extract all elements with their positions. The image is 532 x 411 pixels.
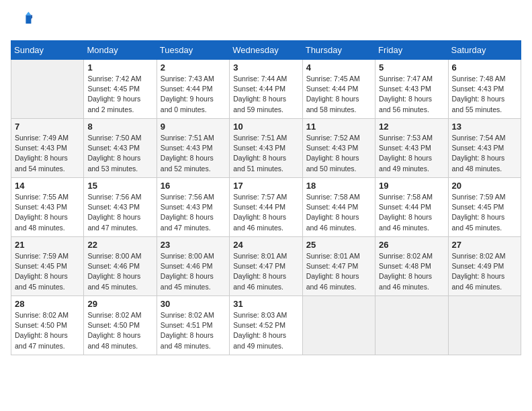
calendar-cell xyxy=(302,296,375,355)
logo-icon xyxy=(11,11,32,32)
calendar-cell xyxy=(448,296,521,355)
cell-info: Sunrise: 7:59 AMSunset: 4:45 PMDaylight:… xyxy=(15,251,80,292)
cell-info: Sunrise: 7:57 AMSunset: 4:44 PMDaylight:… xyxy=(233,192,298,233)
day-header-wednesday: Wednesday xyxy=(230,41,302,60)
cell-info: Sunrise: 7:58 AMSunset: 4:44 PMDaylight:… xyxy=(306,192,371,233)
day-header-tuesday: Tuesday xyxy=(157,41,229,60)
calendar-cell: 3Sunrise: 7:44 AMSunset: 4:44 PMDaylight… xyxy=(230,60,302,119)
cell-info: Sunrise: 8:02 AMSunset: 4:48 PMDaylight:… xyxy=(379,251,444,292)
calendar-cell: 28Sunrise: 8:02 AMSunset: 4:50 PMDayligh… xyxy=(11,296,84,355)
svg-marker-0 xyxy=(26,15,31,24)
day-number: 9 xyxy=(161,122,226,132)
calendar-cell: 9Sunrise: 7:51 AMSunset: 4:43 PMDaylight… xyxy=(157,119,229,178)
cell-info: Sunrise: 7:55 AMSunset: 4:43 PMDaylight:… xyxy=(15,192,80,233)
calendar-cell: 17Sunrise: 7:57 AMSunset: 4:44 PMDayligh… xyxy=(230,178,302,237)
cell-info: Sunrise: 7:44 AMSunset: 4:44 PMDaylight:… xyxy=(233,74,298,115)
cell-info: Sunrise: 8:01 AMSunset: 4:47 PMDaylight:… xyxy=(233,251,298,292)
day-number: 16 xyxy=(161,181,226,191)
cell-info: Sunrise: 7:54 AMSunset: 4:43 PMDaylight:… xyxy=(452,133,517,174)
cell-info: Sunrise: 7:49 AMSunset: 4:43 PMDaylight:… xyxy=(15,133,80,174)
cell-info: Sunrise: 8:03 AMSunset: 4:52 PMDaylight:… xyxy=(233,310,298,351)
cell-info: Sunrise: 7:56 AMSunset: 4:43 PMDaylight:… xyxy=(161,192,226,233)
calendar-cell: 14Sunrise: 7:55 AMSunset: 4:43 PMDayligh… xyxy=(11,178,84,237)
day-header-friday: Friday xyxy=(375,41,448,60)
cell-info: Sunrise: 7:48 AMSunset: 4:43 PMDaylight:… xyxy=(452,74,517,115)
day-number: 1 xyxy=(87,62,152,73)
logo xyxy=(11,11,35,32)
svg-marker-2 xyxy=(31,15,32,19)
day-number: 6 xyxy=(452,62,517,73)
calendar-cell: 8Sunrise: 7:50 AMSunset: 4:43 PMDaylight… xyxy=(84,119,157,178)
day-number: 19 xyxy=(379,181,444,191)
cell-info: Sunrise: 8:02 AMSunset: 4:49 PMDaylight:… xyxy=(452,251,517,292)
calendar-cell: 24Sunrise: 8:01 AMSunset: 4:47 PMDayligh… xyxy=(230,237,302,296)
day-number: 4 xyxy=(306,62,371,73)
cell-info: Sunrise: 8:02 AMSunset: 4:51 PMDaylight:… xyxy=(161,310,226,351)
calendar-week-1: 1Sunrise: 7:42 AMSunset: 4:45 PMDaylight… xyxy=(11,60,521,119)
day-number: 10 xyxy=(233,122,298,132)
day-number: 3 xyxy=(233,62,298,73)
cell-info: Sunrise: 7:58 AMSunset: 4:44 PMDaylight:… xyxy=(379,192,444,233)
cell-info: Sunrise: 7:42 AMSunset: 4:45 PMDaylight:… xyxy=(87,74,152,115)
calendar-cell: 22Sunrise: 8:00 AMSunset: 4:46 PMDayligh… xyxy=(84,237,157,296)
day-header-thursday: Thursday xyxy=(302,41,375,60)
day-number: 27 xyxy=(452,240,517,250)
cell-info: Sunrise: 7:56 AMSunset: 4:43 PMDaylight:… xyxy=(87,192,152,233)
calendar-cell: 13Sunrise: 7:54 AMSunset: 4:43 PMDayligh… xyxy=(448,119,521,178)
calendar-cell: 7Sunrise: 7:49 AMSunset: 4:43 PMDaylight… xyxy=(11,119,84,178)
day-number: 14 xyxy=(15,181,80,191)
day-number: 28 xyxy=(15,299,80,309)
day-number: 5 xyxy=(379,62,444,73)
calendar-header-row: SundayMondayTuesdayWednesdayThursdayFrid… xyxy=(11,41,521,60)
day-number: 12 xyxy=(379,122,444,132)
day-number: 21 xyxy=(15,240,80,250)
day-number: 20 xyxy=(452,181,517,191)
calendar-cell: 19Sunrise: 7:58 AMSunset: 4:44 PMDayligh… xyxy=(375,178,448,237)
day-number: 25 xyxy=(306,240,371,250)
cell-info: Sunrise: 7:51 AMSunset: 4:43 PMDaylight:… xyxy=(233,133,298,174)
calendar-cell: 10Sunrise: 7:51 AMSunset: 4:43 PMDayligh… xyxy=(230,119,302,178)
calendar-cell: 30Sunrise: 8:02 AMSunset: 4:51 PMDayligh… xyxy=(157,296,229,355)
calendar-cell: 31Sunrise: 8:03 AMSunset: 4:52 PMDayligh… xyxy=(230,296,302,355)
cell-info: Sunrise: 7:45 AMSunset: 4:44 PMDaylight:… xyxy=(306,74,371,115)
cell-info: Sunrise: 8:00 AMSunset: 4:46 PMDaylight:… xyxy=(161,251,226,292)
cell-info: Sunrise: 8:02 AMSunset: 4:50 PMDaylight:… xyxy=(15,310,80,351)
day-number: 11 xyxy=(306,122,371,132)
cell-info: Sunrise: 7:47 AMSunset: 4:43 PMDaylight:… xyxy=(379,74,444,115)
day-number: 8 xyxy=(87,122,152,132)
calendar-cell: 29Sunrise: 8:02 AMSunset: 4:50 PMDayligh… xyxy=(84,296,157,355)
day-number: 23 xyxy=(161,240,226,250)
day-number: 7 xyxy=(15,122,80,132)
calendar-cell: 25Sunrise: 8:01 AMSunset: 4:47 PMDayligh… xyxy=(302,237,375,296)
calendar-cell: 26Sunrise: 8:02 AMSunset: 4:48 PMDayligh… xyxy=(375,237,448,296)
calendar-cell: 12Sunrise: 7:53 AMSunset: 4:43 PMDayligh… xyxy=(375,119,448,178)
calendar-week-2: 7Sunrise: 7:49 AMSunset: 4:43 PMDaylight… xyxy=(11,119,521,178)
cell-info: Sunrise: 8:02 AMSunset: 4:50 PMDaylight:… xyxy=(87,310,152,351)
calendar-cell: 27Sunrise: 8:02 AMSunset: 4:49 PMDayligh… xyxy=(448,237,521,296)
calendar-week-3: 14Sunrise: 7:55 AMSunset: 4:43 PMDayligh… xyxy=(11,178,521,237)
cell-info: Sunrise: 7:52 AMSunset: 4:43 PMDaylight:… xyxy=(306,133,371,174)
calendar-week-5: 28Sunrise: 8:02 AMSunset: 4:50 PMDayligh… xyxy=(11,296,521,355)
calendar-cell: 5Sunrise: 7:47 AMSunset: 4:43 PMDaylight… xyxy=(375,60,448,119)
calendar-cell: 4Sunrise: 7:45 AMSunset: 4:44 PMDaylight… xyxy=(302,60,375,119)
day-number: 2 xyxy=(161,62,226,73)
calendar-cell: 2Sunrise: 7:43 AMSunset: 4:44 PMDaylight… xyxy=(157,60,229,119)
day-number: 15 xyxy=(87,181,152,191)
day-number: 18 xyxy=(306,181,371,191)
svg-marker-1 xyxy=(26,12,31,15)
day-number: 24 xyxy=(233,240,298,250)
calendar-cell: 1Sunrise: 7:42 AMSunset: 4:45 PMDaylight… xyxy=(84,60,157,119)
cell-info: Sunrise: 7:59 AMSunset: 4:45 PMDaylight:… xyxy=(452,192,517,233)
day-header-monday: Monday xyxy=(84,41,157,60)
calendar-cell: 11Sunrise: 7:52 AMSunset: 4:43 PMDayligh… xyxy=(302,119,375,178)
cell-info: Sunrise: 8:00 AMSunset: 4:46 PMDaylight:… xyxy=(87,251,152,292)
day-number: 29 xyxy=(87,299,152,309)
calendar-cell: 16Sunrise: 7:56 AMSunset: 4:43 PMDayligh… xyxy=(157,178,229,237)
cell-info: Sunrise: 8:01 AMSunset: 4:47 PMDaylight:… xyxy=(306,251,371,292)
calendar-cell: 18Sunrise: 7:58 AMSunset: 4:44 PMDayligh… xyxy=(302,178,375,237)
day-number: 30 xyxy=(161,299,226,309)
day-number: 22 xyxy=(87,240,152,250)
day-header-sunday: Sunday xyxy=(11,41,84,60)
calendar-week-4: 21Sunrise: 7:59 AMSunset: 4:45 PMDayligh… xyxy=(11,237,521,296)
calendar-cell xyxy=(11,60,84,119)
